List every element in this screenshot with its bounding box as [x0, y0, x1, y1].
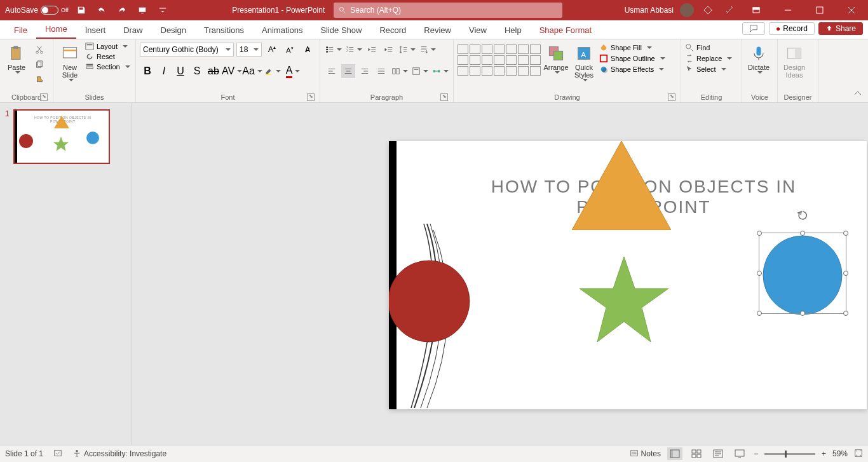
increase-font-icon[interactable]: A▴ — [265, 43, 279, 57]
dictate-button[interactable]: Dictate — [746, 42, 771, 74]
find-button[interactable]: Find — [685, 43, 710, 52]
slide-thumbnail-1[interactable]: HOW TO POSITION OBJECTS IN POWERPOINT — [13, 109, 110, 164]
paragraph-launcher[interactable]: ⬊ — [440, 93, 448, 101]
tab-shape-format[interactable]: Shape Format — [531, 22, 600, 39]
strikethrough-icon[interactable]: ab — [207, 64, 220, 78]
quick-styles-button[interactable]: A Quick Styles — [571, 42, 597, 81]
share-button[interactable]: Share — [818, 22, 863, 35]
tab-draw[interactable]: Draw — [114, 22, 151, 39]
user-avatar[interactable] — [680, 3, 694, 17]
tab-file[interactable]: File — [5, 22, 36, 39]
decrease-font-icon[interactable]: A▾ — [283, 43, 297, 57]
highlight-icon[interactable] — [264, 64, 281, 78]
shape-fill-button[interactable]: Shape Fill — [599, 43, 665, 52]
undo-icon[interactable] — [94, 3, 109, 18]
start-from-beginning-icon[interactable] — [135, 3, 150, 18]
select-button[interactable]: Select — [685, 65, 726, 74]
change-case-icon[interactable]: Aa — [243, 64, 261, 78]
line-spacing-icon[interactable] — [398, 43, 416, 57]
format-painter-icon[interactable] — [32, 73, 46, 87]
arrange-button[interactable]: Arrange — [543, 42, 569, 74]
resize-handle-ne[interactable] — [843, 231, 848, 236]
align-left-icon[interactable] — [325, 64, 339, 78]
resize-handle-s[interactable] — [800, 311, 805, 316]
design-ideas-button[interactable]: Design Ideas — [782, 42, 807, 79]
tab-animations[interactable]: Animations — [253, 22, 311, 39]
shapes-gallery[interactable] — [458, 44, 541, 76]
autosave-toggle[interactable]: AutoSave Off — [5, 6, 69, 15]
green-star-shape[interactable] — [580, 257, 668, 342]
minimize-button[interactable] — [775, 0, 801, 20]
zoom-out-button[interactable]: − — [754, 449, 758, 458]
tab-help[interactable]: Help — [496, 22, 531, 39]
bold-icon[interactable]: B — [140, 64, 154, 78]
font-size-combo[interactable]: 18 — [236, 43, 262, 57]
maximize-button[interactable] — [807, 0, 832, 20]
slide-canvas-area[interactable]: HOW TO POSITION OBJECTS IN POWERPOINT — [132, 103, 868, 445]
drawing-launcher[interactable]: ⬊ — [668, 93, 675, 101]
paste-button[interactable]: Paste — [4, 42, 29, 74]
ribbon-display-icon[interactable] — [743, 0, 769, 20]
zoom-slider[interactable] — [764, 453, 815, 455]
decrease-indent-icon[interactable] — [365, 43, 379, 57]
accessibility-status[interactable]: Accessibility: Investigate — [72, 449, 166, 458]
tab-transitions[interactable]: Transitions — [195, 22, 253, 39]
zoom-in-button[interactable]: + — [822, 449, 826, 458]
tab-home[interactable]: Home — [36, 20, 76, 39]
reset-button[interactable]: Reset — [85, 52, 130, 61]
tab-slideshow[interactable]: Slide Show — [311, 22, 370, 39]
collapse-ribbon-icon[interactable] — [853, 88, 864, 100]
zoom-level[interactable]: 59% — [832, 449, 848, 458]
new-slide-button[interactable]: New Slide — [57, 42, 83, 81]
red-circle-shape[interactable] — [389, 260, 470, 343]
clear-formatting-icon[interactable]: A̷ — [301, 43, 315, 57]
record-button[interactable]: ●Record — [769, 22, 815, 35]
tab-insert[interactable]: Insert — [76, 22, 115, 39]
resize-handle-se[interactable] — [843, 311, 848, 316]
spellcheck-icon[interactable] — [53, 449, 62, 459]
bullets-icon[interactable] — [325, 43, 342, 57]
clipboard-launcher[interactable]: ⬊ — [40, 93, 48, 101]
tab-record[interactable]: Record — [370, 22, 415, 39]
replace-button[interactable]: Replace — [685, 54, 732, 63]
font-launcher[interactable]: ⬊ — [307, 93, 315, 101]
copy-icon[interactable] — [32, 58, 46, 72]
numbering-icon[interactable]: 12 — [345, 43, 363, 57]
redo-icon[interactable] — [114, 3, 130, 18]
normal-view-icon[interactable] — [667, 447, 682, 460]
slide-sorter-view-icon[interactable] — [689, 447, 704, 460]
close-button[interactable] — [839, 0, 864, 20]
smartart-icon[interactable] — [431, 64, 449, 78]
columns-icon[interactable] — [391, 64, 409, 78]
justify-icon[interactable] — [374, 64, 388, 78]
tab-view[interactable]: View — [460, 22, 496, 39]
font-name-combo[interactable]: Century Gothic (Body) — [140, 43, 234, 57]
resize-handle-sw[interactable] — [757, 311, 762, 316]
align-center-icon[interactable] — [341, 64, 355, 78]
shape-outline-button[interactable]: Shape Outline — [599, 54, 665, 63]
increase-indent-icon[interactable] — [382, 43, 396, 57]
align-right-icon[interactable] — [358, 64, 372, 78]
tab-design[interactable]: Design — [152, 22, 195, 39]
underline-icon[interactable]: U — [173, 64, 187, 78]
triangle-shape[interactable] — [572, 141, 671, 230]
font-color-icon[interactable]: A — [284, 64, 302, 78]
section-button[interactable]: Section — [85, 62, 130, 71]
notes-button[interactable]: Notes — [630, 449, 661, 458]
resize-handle-e[interactable] — [843, 271, 848, 276]
user-name[interactable]: Usman Abbasi — [625, 6, 674, 15]
shape-effects-button[interactable]: Shape Effects — [599, 65, 665, 74]
character-spacing-icon[interactable]: AV — [223, 64, 241, 78]
resize-handle-w[interactable] — [757, 271, 762, 276]
qat-customize-icon[interactable] — [155, 3, 170, 18]
slideshow-view-icon[interactable] — [732, 447, 747, 460]
cut-icon[interactable] — [32, 43, 46, 57]
tab-review[interactable]: Review — [415, 22, 460, 39]
align-text-icon[interactable] — [411, 64, 429, 78]
italic-icon[interactable]: I — [157, 64, 171, 78]
resize-handle-n[interactable] — [800, 231, 805, 236]
text-direction-icon[interactable] — [419, 43, 437, 57]
save-icon[interactable] — [74, 3, 89, 18]
rotate-handle-icon[interactable] — [797, 210, 808, 221]
search-box[interactable]: Search (Alt+Q) — [334, 3, 562, 18]
